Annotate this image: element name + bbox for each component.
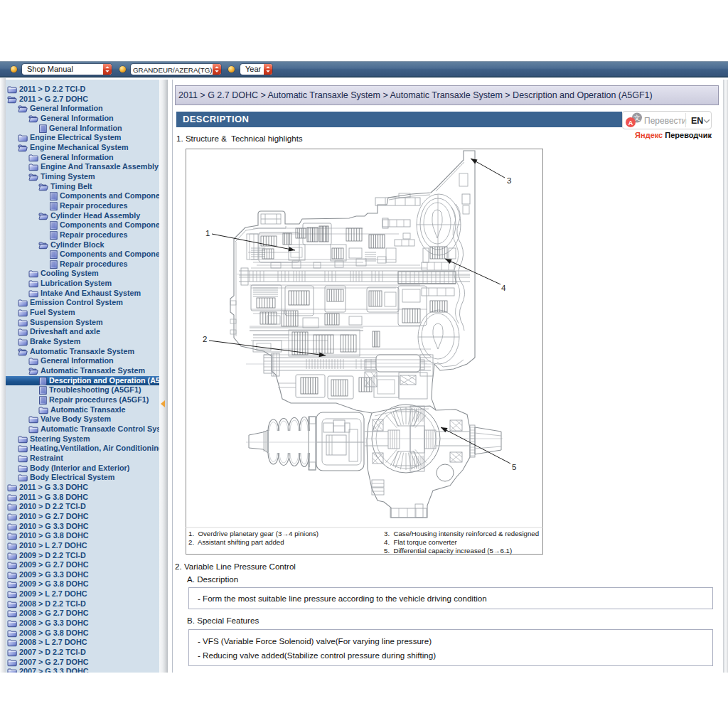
svg-text:5: 5 [512,463,516,471]
svg-text:1: 1 [205,229,210,237]
svg-text:2. Assistant shifting part ad: 2. Assistant shifting part added [188,538,284,546]
svg-text:4: 4 [501,284,506,292]
svg-text:3. Case/Housing intensity rei: 3. Case/Housing intensity reinforced & r… [384,530,539,537]
svg-text:5. Differential capacity incr: 5. Differential capacity increased (5→6.… [384,547,512,555]
svg-text:2: 2 [203,335,207,343]
svg-text:4. Flat torque converter: 4. Flat torque converter [384,538,458,546]
svg-text:3: 3 [507,176,511,185]
svg-text:1. Overdrive planetary gear (: 1. Overdrive planetary gear (3→4 pinions… [188,530,318,537]
svg-text:А: А [628,119,633,127]
